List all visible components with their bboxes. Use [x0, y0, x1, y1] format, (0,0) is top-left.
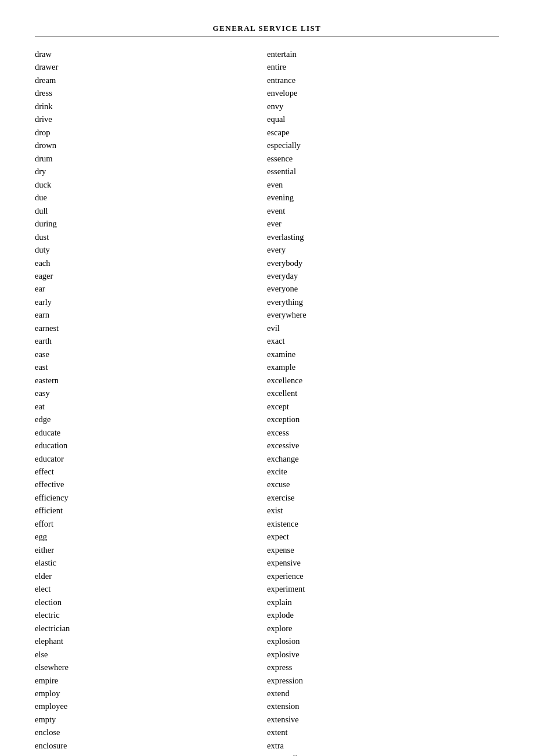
list-item: exact — [267, 334, 499, 347]
list-item: efficient — [35, 504, 267, 517]
list-item: elephant — [35, 635, 267, 647]
list-item: due — [35, 191, 267, 204]
list-item: duty — [35, 243, 267, 256]
list-item: elect — [35, 582, 267, 595]
list-item: excite — [267, 465, 499, 478]
list-item: effective — [35, 478, 267, 491]
list-item: drive — [35, 113, 267, 125]
list-item: extraordinary — [267, 752, 499, 756]
list-item: expense — [267, 543, 499, 556]
list-item: examine — [267, 348, 499, 361]
list-item: explain — [267, 596, 499, 609]
list-item: either — [35, 543, 267, 556]
list-item: extra — [267, 739, 499, 752]
list-item: easy — [35, 387, 267, 399]
list-item: excellent — [267, 387, 499, 399]
header-rule — [35, 37, 499, 37]
list-item: efficiency — [35, 491, 267, 504]
list-item: entertain — [267, 48, 499, 60]
list-item: exercise — [267, 491, 499, 504]
list-item: each — [35, 257, 267, 269]
list-item: even — [267, 178, 499, 191]
list-item: election — [35, 596, 267, 609]
list-item: during — [35, 217, 267, 230]
list-item: essential — [267, 165, 499, 178]
list-item: employ — [35, 687, 267, 700]
list-item: everywhere — [267, 308, 499, 321]
list-item: eat — [35, 400, 267, 413]
list-item: explore — [267, 622, 499, 635]
list-item: educator — [35, 452, 267, 465]
list-item: especially — [267, 139, 499, 152]
list-item: early — [35, 296, 267, 308]
list-item: education — [35, 439, 267, 452]
list-item: electric — [35, 609, 267, 621]
left-column: drawdrawerdreamdressdrinkdrivedropdrownd… — [35, 48, 267, 756]
list-item: experiment — [267, 582, 499, 595]
list-item: except — [267, 400, 499, 413]
list-item: extensive — [267, 713, 499, 726]
list-item: effect — [35, 465, 267, 478]
list-item: envy — [267, 100, 499, 113]
list-item: drop — [35, 126, 267, 139]
list-item: expect — [267, 530, 499, 543]
list-item: example — [267, 361, 499, 373]
list-item: exception — [267, 413, 499, 426]
list-item: entire — [267, 60, 499, 73]
list-item: educate — [35, 426, 267, 439]
list-item: expensive — [267, 556, 499, 569]
list-item: essence — [267, 152, 499, 165]
list-item: ease — [35, 348, 267, 361]
page-title: GENERAL SERVICE LIST — [212, 24, 321, 33]
list-item: dream — [35, 74, 267, 87]
list-item: enclose — [35, 726, 267, 739]
page: GENERAL SERVICE LIST drawdrawerdreamdres… — [0, 0, 534, 756]
list-item: evening — [267, 191, 499, 204]
list-item: drawer — [35, 60, 267, 73]
list-item: excellence — [267, 374, 499, 387]
list-item: dress — [35, 87, 267, 99]
list-item: egg — [35, 530, 267, 543]
list-item: edge — [35, 413, 267, 426]
list-item: east — [35, 361, 267, 373]
list-item: expression — [267, 674, 499, 687]
list-item: equal — [267, 113, 499, 125]
list-item: enclosure — [35, 739, 267, 752]
list-item: eager — [35, 269, 267, 282]
list-item: explosion — [267, 635, 499, 647]
list-item: else — [35, 648, 267, 661]
list-item: drown — [35, 139, 267, 152]
word-columns: drawdrawerdreamdressdrinkdrivedropdrownd… — [35, 48, 499, 756]
list-item: everybody — [267, 257, 499, 269]
list-item: duck — [35, 178, 267, 191]
list-item: escape — [267, 126, 499, 139]
list-item: dry — [35, 165, 267, 178]
list-item: everlasting — [267, 231, 499, 243]
page-header: GENERAL SERVICE LIST — [35, 23, 499, 33]
list-item: explosive — [267, 648, 499, 661]
list-item: ear — [35, 282, 267, 295]
list-item: earnest — [35, 322, 267, 334]
list-item: drink — [35, 100, 267, 113]
list-item: ever — [267, 217, 499, 230]
list-item: excess — [267, 426, 499, 439]
list-item: event — [267, 204, 499, 217]
list-item: extend — [267, 687, 499, 700]
list-item: exchange — [267, 452, 499, 465]
list-item: elastic — [35, 556, 267, 569]
list-item: excessive — [267, 439, 499, 452]
list-item: express — [267, 661, 499, 674]
right-column: entertainentireentranceenvelopeenvyequal… — [267, 48, 499, 756]
list-item: explode — [267, 609, 499, 621]
list-item: everyone — [267, 282, 499, 295]
list-item: evil — [267, 322, 499, 334]
list-item: exist — [267, 504, 499, 517]
list-item: excuse — [267, 478, 499, 491]
list-item: experience — [267, 570, 499, 582]
list-item: dull — [35, 204, 267, 217]
list-item: dust — [35, 231, 267, 243]
list-item: elder — [35, 570, 267, 582]
list-item: empty — [35, 713, 267, 726]
list-item: eastern — [35, 374, 267, 387]
list-item: entrance — [267, 74, 499, 87]
